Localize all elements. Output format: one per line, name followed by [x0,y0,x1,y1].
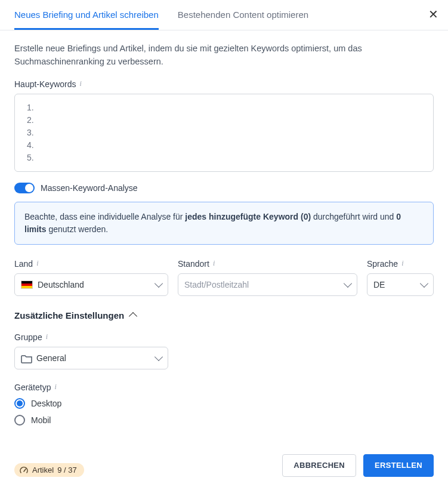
badge-label: Artikel [32,466,54,474]
tab-label: Bestehenden Content optimieren [178,10,308,20]
create-button[interactable]: ERSTELLEN [363,454,434,477]
group-label: Gruppe [14,332,42,342]
mass-analysis-toggle[interactable] [14,183,35,193]
keywords-label-row: Haupt-Keywords i [14,79,434,89]
chevron-down-icon [155,352,163,360]
device-radio-group: Desktop Mobil [14,398,434,426]
info-icon[interactable]: i [54,383,56,390]
info-icon[interactable]: i [213,260,215,267]
group-select[interactable]: General [14,347,168,369]
svg-line-0 [24,469,26,471]
keyword-line: 1. [27,101,424,114]
language-field: Sprache i DE [367,259,434,296]
locale-row: Land i Deutschland Standort i Stadt/Post… [14,259,434,296]
gauge-icon [19,466,29,474]
group-field: Gruppe i General [14,332,168,369]
info-icon[interactable]: i [401,260,403,267]
language-select[interactable]: DE [367,273,434,296]
cancel-button[interactable]: ABBRECHEN [282,454,356,477]
country-field: Land i Deutschland [14,259,168,296]
close-button[interactable]: ✕ [428,8,438,20]
notice-text: durchgeführt wird und [311,212,396,221]
keywords-list: 1. 2. 3. 4. 5. [24,101,424,164]
cancel-label: ABBRECHEN [293,461,345,470]
info-icon[interactable]: i [46,333,48,340]
chevron-down-icon [420,279,428,287]
description-text: Erstelle neue Briefings und Artikel, ind… [14,42,434,69]
create-label: ERSTELLEN [375,461,422,470]
keyword-line: 3. [27,127,424,139]
device-mobile-label: Mobil [31,415,51,425]
tabs-bar: Neues Briefing und Artikel schreiben Bes… [0,0,448,30]
footer-buttons: ABBRECHEN ERSTELLEN [282,454,434,477]
additional-settings-label: Zusätzliche Einstellungen [14,310,124,320]
device-desktop-radio[interactable]: Desktop [14,398,434,409]
chevron-down-icon [344,279,352,287]
notice-text: Beachte, dass eine individuelle Analyse … [24,212,185,221]
tab-label: Neues Briefing und Artikel schreiben [14,10,159,20]
keyword-line: 2. [27,114,424,127]
additional-settings-toggle[interactable]: Zusätzliche Einstellungen [14,310,434,320]
language-label: Sprache [367,259,398,269]
notice-text: genutzt werden. [47,224,109,234]
footer: Artikel 9 / 37 ABBRECHEN ERSTELLEN [14,454,434,477]
device-desktop-label: Desktop [31,399,61,408]
tab-optimize-content[interactable]: Bestehenden Content optimieren [178,0,308,30]
country-label: Land [14,259,33,269]
standort-select[interactable]: Stadt/Postleitzahl [178,273,357,296]
notice-bold: jedes hinzugefügte Keyword (0) [185,212,311,221]
analysis-notice: Beachte, dass eine individuelle Analyse … [14,202,434,245]
radio-unchecked-icon [14,415,25,426]
chevron-up-icon [129,312,137,320]
standort-placeholder: Stadt/Postleitzahl [184,280,249,289]
folder-icon [21,354,32,362]
chevron-down-icon [155,279,163,287]
tab-new-briefing[interactable]: Neues Briefing und Artikel schreiben [14,0,159,30]
close-icon: ✕ [428,8,438,21]
device-mobile-radio[interactable]: Mobil [14,415,434,426]
keyword-line: 4. [27,139,424,152]
device-label: Gerätetyp [14,383,51,392]
mass-analysis-row: Massen-Keyword-Analyse [14,183,434,193]
standort-label: Standort [178,259,209,269]
language-value: DE [373,280,385,289]
info-icon[interactable]: i [36,260,38,267]
keyword-line: 5. [27,152,424,164]
standort-field: Standort i Stadt/Postleitzahl [178,259,357,296]
flag-de-icon [21,281,33,289]
radio-checked-icon [14,398,25,409]
info-icon[interactable]: i [80,80,82,87]
mass-analysis-label: Massen-Keyword-Analyse [41,183,138,193]
keywords-input[interactable]: 1. 2. 3. 4. 5. [14,94,434,172]
group-value: General [36,353,66,363]
article-quota-badge: Artikel 9 / 37 [14,463,84,477]
country-value: Deutschland [38,280,84,289]
keywords-label: Haupt-Keywords [14,79,76,89]
country-select[interactable]: Deutschland [14,273,168,296]
badge-count: 9 / 37 [57,466,77,474]
